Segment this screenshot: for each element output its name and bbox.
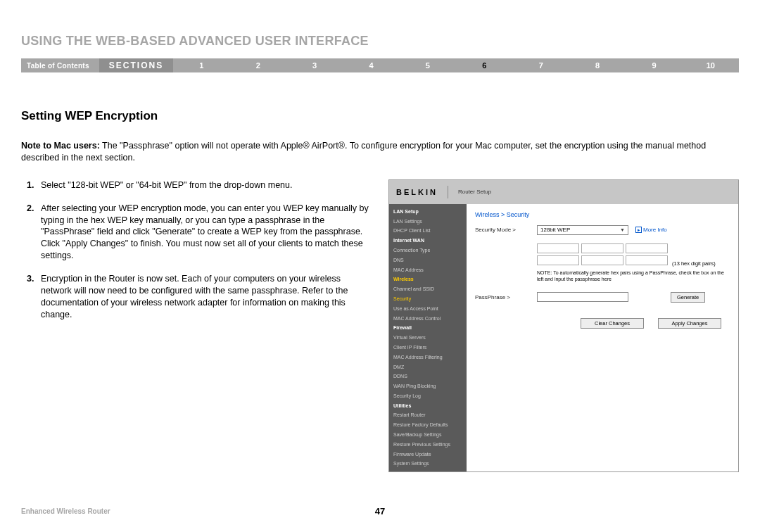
security-mode-label: Security Mode > xyxy=(475,227,530,233)
passphrase-input[interactable] xyxy=(537,292,628,302)
hex-pairs-note: (13 hex digit pairs) xyxy=(672,260,716,267)
security-mode-select[interactable]: 128bit WEP ▼ xyxy=(537,225,628,235)
security-mode-value: 128bit WEP xyxy=(540,227,570,233)
sidebar-item-use-ap[interactable]: Use as Access Point xyxy=(389,304,467,314)
apply-changes-button[interactable]: Apply Changes xyxy=(658,318,721,329)
section-link-4[interactable]: 4 xyxy=(343,61,399,70)
wep-key-input[interactable] xyxy=(581,255,623,265)
sections-label: SECTIONS xyxy=(99,58,173,72)
sidebar-item-conn-type[interactable]: Connection Type xyxy=(389,246,467,255)
sidebar-item-mac[interactable]: MAC Address xyxy=(389,265,467,275)
sidebar-item-dhcp[interactable]: DHCP Client List xyxy=(389,226,467,236)
section-heading: Setting WEP Encryption xyxy=(21,109,739,123)
sidebar-item-ddns[interactable]: DDNS xyxy=(389,372,467,381)
sidebar-item-restart[interactable]: Restart Router xyxy=(389,410,467,420)
sidebar-item-sec-log[interactable]: Security Log xyxy=(389,391,467,401)
router-sidebar: LAN Setup LAN Settings DHCP Client List … xyxy=(389,204,467,472)
sidebar-item-wireless[interactable]: Wireless xyxy=(389,274,467,284)
wep-key-grid xyxy=(537,243,668,265)
sidebar-item-security[interactable]: Security xyxy=(389,294,467,304)
note-body: The "Passphrase" option will not operate… xyxy=(21,141,706,163)
sidebar-item-internet-wan[interactable]: Internet WAN xyxy=(389,236,467,246)
sidebar-item-sys-settings[interactable]: System Settings xyxy=(389,459,467,469)
section-link-10[interactable]: 10 xyxy=(683,61,739,70)
section-link-1[interactable]: 1 xyxy=(173,61,229,70)
steps-list: Select "128-bit WEP" or "64-bit WEP" fro… xyxy=(21,179,373,321)
section-numbers: 1 2 3 4 5 6 7 8 9 10 xyxy=(173,61,739,70)
step-1: Select "128-bit WEP" or "64-bit WEP" fro… xyxy=(37,179,373,191)
router-top-bar: BELKIN Router Setup xyxy=(389,180,738,204)
passphrase-label: PassPhrase > xyxy=(475,294,530,300)
auto-generate-note: NOTE: To automatically generate hex pair… xyxy=(537,270,730,282)
sidebar-item-restore-prev[interactable]: Restore Previous Settings xyxy=(389,440,467,450)
chevron-down-icon: ▼ xyxy=(620,227,625,232)
sidebar-item-wan-ping[interactable]: WAN Ping Blocking xyxy=(389,381,467,391)
toc-link[interactable]: Table of Contents xyxy=(21,62,99,70)
wep-key-input[interactable] xyxy=(626,255,668,265)
breadcrumb[interactable]: Wireless > Security xyxy=(475,211,730,218)
router-setup-label: Router Setup xyxy=(458,189,491,195)
section-link-5[interactable]: 5 xyxy=(400,61,456,70)
belkin-logo: BELKIN xyxy=(396,188,438,196)
wep-key-input[interactable] xyxy=(581,243,623,253)
sidebar-item-client-ip[interactable]: Client IP Filters xyxy=(389,343,467,353)
wep-key-input[interactable] xyxy=(626,243,668,253)
sidebar-item-virtual-servers[interactable]: Virtual Servers xyxy=(389,333,467,343)
more-info-link[interactable]: ▸More Info xyxy=(635,227,667,233)
section-link-6[interactable]: 6 xyxy=(456,61,512,70)
clear-changes-button[interactable]: Clear Changes xyxy=(581,318,644,329)
sidebar-item-dns[interactable]: DNS xyxy=(389,255,467,265)
sidebar-item-channel-ssid[interactable]: Channel and SSID xyxy=(389,284,467,294)
divider xyxy=(448,186,448,198)
router-screenshot: BELKIN Router Setup LAN Setup LAN Settin… xyxy=(388,179,739,473)
info-icon: ▸ xyxy=(635,227,642,233)
sidebar-item-save-backup[interactable]: Save/Backup Settings xyxy=(389,430,467,440)
sidebar-item-fw-update[interactable]: Firmware Update xyxy=(389,450,467,460)
sidebar-item-restore-defaults[interactable]: Restore Factory Defaults xyxy=(389,420,467,430)
section-nav-bar: Table of Contents SECTIONS 1 2 3 4 5 6 7… xyxy=(21,58,739,72)
wep-key-input[interactable] xyxy=(537,255,579,265)
sidebar-item-lan-settings[interactable]: LAN Settings xyxy=(389,217,467,227)
section-link-2[interactable]: 2 xyxy=(230,61,286,70)
router-main-panel: Wireless > Security Security Mode > 128b… xyxy=(467,204,738,472)
section-link-7[interactable]: 7 xyxy=(513,61,569,70)
page-number: 47 xyxy=(375,506,385,517)
note-paragraph: Note to Mac users: The "Passphrase" opti… xyxy=(21,140,739,164)
page-title: USING THE WEB-BASED ADVANCED USER INTERF… xyxy=(21,34,739,49)
footer-product-name: Enhanced Wireless Router xyxy=(21,507,110,515)
step-2: After selecting your WEP encryption mode… xyxy=(37,203,373,262)
wep-key-input[interactable] xyxy=(537,243,579,253)
section-link-8[interactable]: 8 xyxy=(569,61,626,70)
sidebar-item-dmz[interactable]: DMZ xyxy=(389,362,467,372)
sidebar-item-utilities[interactable]: Utilities xyxy=(389,401,467,411)
generate-button[interactable]: Generate xyxy=(671,292,705,303)
sidebar-item-mac-filter[interactable]: MAC Address Filtering xyxy=(389,353,467,362)
page-footer: Enhanced Wireless Router 47 xyxy=(21,507,739,515)
note-label: Note to Mac users: xyxy=(21,141,100,151)
sidebar-item-mac-ctrl[interactable]: MAC Address Control xyxy=(389,314,467,324)
step-3: Encryption in the Router is now set. Eac… xyxy=(37,273,373,321)
section-link-9[interactable]: 9 xyxy=(626,61,682,70)
section-link-3[interactable]: 3 xyxy=(286,61,343,70)
sidebar-item-firewall[interactable]: Firewall xyxy=(389,323,467,333)
sidebar-item-lan-setup[interactable]: LAN Setup xyxy=(389,207,467,217)
